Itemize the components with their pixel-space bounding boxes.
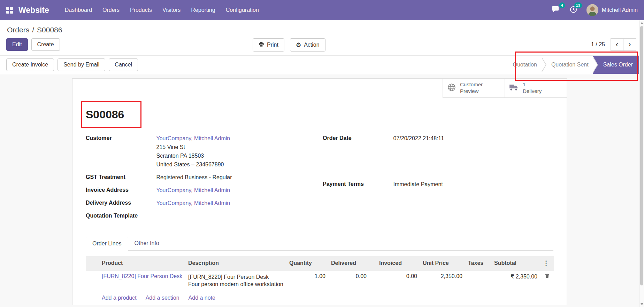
breadcrumb-current: S00086 — [37, 26, 62, 34]
chevron-left-icon: ‹ — [616, 41, 618, 48]
main-menu: Dashboard Orders Products Visitors Repor… — [60, 3, 552, 17]
description-line: Four person modern office workstation — [188, 281, 284, 288]
order-lines-table: Product Description Quantity Delivered I… — [86, 256, 554, 291]
stage-sales-order-active[interactable]: Sales Order — [593, 56, 639, 74]
field-row-customer: Customer YourCompany, Mitchell Admin 215… — [86, 132, 307, 171]
send-by-email-button[interactable]: Send by Email — [58, 58, 105, 71]
user-menu[interactable]: Mitchell Admin — [586, 4, 638, 16]
breadcrumb-separator: / — [32, 26, 34, 34]
header-product[interactable]: Product — [99, 256, 185, 270]
gear-icon: ⚙ — [296, 42, 301, 48]
field-groups: Customer YourCompany, Mitchell Admin 215… — [86, 132, 553, 224]
order-date-value: 07/20/2022 21:48:11 — [389, 132, 532, 178]
menu-item-dashboard[interactable]: Dashboard — [60, 3, 97, 17]
globe-icon — [447, 83, 456, 93]
invoiced-cell: 0.00 — [376, 270, 420, 291]
scroll-up-icon[interactable] — [641, 22, 643, 24]
action-button[interactable]: ⚙ Action — [290, 38, 325, 52]
tab-order-lines[interactable]: Order Lines — [86, 237, 128, 251]
header-description[interactable]: Description — [185, 256, 286, 270]
field-label-invoice-address: Invoice Address — [86, 184, 152, 197]
apps-menu-icon[interactable] — [6, 7, 13, 14]
delivery-address-link[interactable]: YourCompany, Mitchell Admin — [156, 200, 230, 206]
stage-quotation-sent[interactable]: Quotation Sent — [547, 62, 593, 68]
scroll-down-icon[interactable] — [641, 303, 643, 305]
field-label-customer: Customer — [86, 132, 152, 171]
activities-badge: 13 — [574, 2, 582, 8]
cancel-button[interactable]: Cancel — [109, 58, 138, 71]
field-label-gst-treatment: GST Treatment — [86, 171, 152, 184]
delete-row-button[interactable] — [540, 270, 554, 291]
customer-preview-button[interactable]: Customer Preview — [443, 79, 505, 98]
header-taxes[interactable]: Taxes — [465, 256, 491, 270]
menu-item-products[interactable]: Products — [125, 3, 157, 17]
header-delivered[interactable]: Delivered — [328, 256, 369, 270]
field-row-quotation-template: Quotation Template — [86, 210, 307, 224]
header-quantity[interactable]: Quantity — [286, 256, 328, 270]
header-subtotal[interactable]: Subtotal — [491, 256, 540, 270]
tab-other-info[interactable]: Other Info — [128, 237, 166, 251]
form-sheet: Customer Preview 1 Delivery S00086 — [72, 78, 567, 305]
create-button[interactable]: Create — [31, 38, 60, 51]
status-pipeline: Quotation Quotation Sent Sales Order — [508, 56, 639, 74]
control-panel-buttons: Edit Create Print ⚙ Action 1 / 25 ‹ — [0, 38, 639, 55]
payment-terms-value: Immediate Payment — [389, 178, 532, 224]
menu-item-reporting[interactable]: Reporting — [186, 3, 220, 17]
delivery-button[interactable]: 1 Delivery — [505, 79, 567, 98]
quotation-template-value — [152, 210, 307, 224]
top-navbar: Website Dashboard Orders Products Visito… — [0, 0, 644, 20]
breadcrumb: Orders / S00086 — [0, 26, 639, 38]
stat-line: Customer — [460, 81, 483, 87]
menu-item-visitors[interactable]: Visitors — [157, 3, 186, 17]
add-a-product-link[interactable]: Add a product — [102, 295, 137, 301]
pager-value[interactable]: 1 / 25 — [591, 41, 605, 48]
field-row-invoice-address: Invoice Address YourCompany, Mitchell Ad… — [86, 184, 307, 197]
customer-link[interactable]: YourCompany, Mitchell Admin — [156, 135, 230, 141]
printer-icon — [259, 41, 264, 48]
product-link[interactable]: [FURN_8220] Four Person Desk — [102, 273, 182, 279]
left-field-group: Customer YourCompany, Mitchell Admin 215… — [86, 132, 307, 224]
activities-button[interactable]: 13 — [569, 6, 577, 15]
scrollbar-thumb[interactable] — [640, 26, 643, 285]
field-label-quotation-template: Quotation Template — [86, 210, 152, 224]
field-row-payment-terms: Payment Terms Immediate Payment — [323, 178, 532, 224]
header-unit-price[interactable]: Unit Price — [420, 256, 465, 270]
address-line: Scranton PA 18503 — [156, 152, 308, 160]
address-line: 215 Vine St — [156, 143, 308, 151]
print-button[interactable]: Print — [253, 38, 284, 52]
messages-button[interactable]: 4 — [552, 6, 560, 15]
pager: 1 / 25 ‹ › — [591, 38, 636, 51]
optional-columns-icon[interactable]: ⋮ — [540, 256, 554, 270]
field-label-order-date: Order Date — [323, 132, 389, 178]
add-a-note-link[interactable]: Add a note — [189, 295, 215, 301]
table-row[interactable]: [FURN_8220] Four Person Desk [FURN_8220]… — [86, 270, 554, 291]
add-a-section-link[interactable]: Add a section — [146, 295, 179, 301]
avatar — [586, 4, 598, 16]
header-spacer — [369, 256, 376, 270]
content-area: Customer Preview 1 Delivery S00086 — [0, 74, 639, 305]
edit-button[interactable]: Edit — [6, 38, 28, 51]
menu-item-configuration[interactable]: Configuration — [221, 3, 264, 17]
app-brand[interactable]: Website — [18, 6, 49, 15]
row-handle — [86, 270, 99, 291]
header-invoiced[interactable]: Invoiced — [376, 256, 420, 270]
stat-line: Preview — [460, 88, 478, 94]
taxes-cell — [465, 270, 491, 291]
pager-next-button[interactable]: › — [623, 38, 636, 51]
field-row-order-date: Order Date 07/20/2022 21:48:11 — [323, 132, 532, 178]
stage-quotation[interactable]: Quotation — [508, 62, 541, 68]
invoice-address-link[interactable]: YourCompany, Mitchell Admin — [156, 187, 230, 193]
delivery-count: 1 — [523, 81, 526, 87]
address-line: United States – 234567890 — [156, 160, 308, 168]
stat-button-row: Customer Preview 1 Delivery — [72, 79, 567, 98]
menu-item-orders[interactable]: Orders — [97, 3, 125, 17]
breadcrumb-orders[interactable]: Orders — [7, 26, 29, 34]
field-row-delivery-address: Delivery Address YourCompany, Mitchell A… — [86, 197, 307, 210]
table-header-row: Product Description Quantity Delivered I… — [86, 256, 554, 270]
sheet-body: S00086 Customer YourCompany, Mitchell Ad… — [72, 98, 567, 305]
vertical-scrollbar[interactable] — [639, 20, 644, 307]
create-invoice-button[interactable]: Create Invoice — [6, 58, 54, 71]
field-row-gst-treatment: GST Treatment Registered Business - Regu… — [86, 171, 307, 184]
right-field-group: Order Date 07/20/2022 21:48:11 Payment T… — [323, 132, 532, 224]
pager-previous-button[interactable]: ‹ — [611, 38, 623, 51]
